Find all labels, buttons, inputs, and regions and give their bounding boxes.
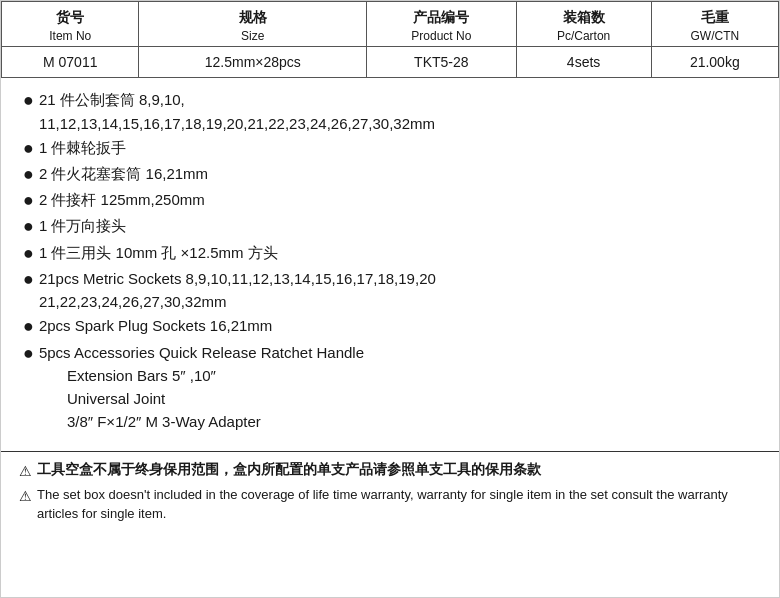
item-text: 21 件公制套筒 8,9,10,11,12,13,14,15,16,17,18,… (39, 88, 761, 135)
data-cell: TKT5-28 (367, 47, 516, 78)
bullet-icon: ● (23, 314, 34, 339)
bullet-icon: ● (23, 267, 34, 292)
warning-section: ⚠工具空盒不属于终身保用范围，盒内所配置的单支产品请参照单支工具的保用条款⚠Th… (1, 451, 779, 535)
list-item: ●2 件接杆 125mm,250mm (23, 188, 761, 213)
item-continuation: Extension Bars 5″ ,10″ (67, 364, 761, 387)
bullet-icon: ● (23, 136, 34, 161)
list-item: ●1 件棘轮扳手 (23, 136, 761, 161)
item-continuation: 3/8″ F×1/2″ M 3-Way Adapter (67, 410, 761, 433)
product-card: 货号Item No规格Size产品编号Product No装箱数Pc/Carto… (0, 0, 780, 598)
list-item: ●2 件火花塞套筒 16,21mm (23, 162, 761, 187)
item-text: 1 件棘轮扳手 (39, 136, 761, 159)
list-item: ●21 件公制套筒 8,9,10,11,12,13,14,15,16,17,18… (23, 88, 761, 135)
item-text: 5pcs Accessories Quick Release Ratchet H… (39, 341, 761, 434)
item-text: 21pcs Metric Sockets 8,9,10,11,12,13,14,… (39, 267, 761, 314)
list-item: ●5pcs Accessories Quick Release Ratchet … (23, 341, 761, 434)
warning-text-en: The set box doesn't included in the cove… (37, 485, 761, 524)
warning-row-zh: ⚠工具空盒不属于终身保用范围，盒内所配置的单支产品请参照单支工具的保用条款 (19, 460, 761, 482)
product-header-table: 货号Item No规格Size产品编号Product No装箱数Pc/Carto… (1, 1, 779, 78)
list-item: ●1 件万向接头 (23, 214, 761, 239)
product-content: ●21 件公制套筒 8,9,10,11,12,13,14,15,16,17,18… (1, 78, 779, 444)
warning-icon: ⚠ (19, 461, 32, 482)
list-item: ●1 件三用头 10mm 孔 ×12.5mm 方头 (23, 241, 761, 266)
item-text: 1 件三用头 10mm 孔 ×12.5mm 方头 (39, 241, 761, 264)
item-list: ●21 件公制套筒 8,9,10,11,12,13,14,15,16,17,18… (23, 88, 761, 433)
item-text: 1 件万向接头 (39, 214, 761, 237)
warning-icon-en: ⚠ (19, 486, 32, 507)
header-cell: 毛重GW/CTN (651, 2, 778, 47)
bullet-icon: ● (23, 214, 34, 239)
data-cell: 21.00kg (651, 47, 778, 78)
header-cell: 装箱数Pc/Carton (516, 2, 651, 47)
bullet-icon: ● (23, 188, 34, 213)
item-text: 2 件火花塞套筒 16,21mm (39, 162, 761, 185)
bullet-icon: ● (23, 162, 34, 187)
item-text: 2 件接杆 125mm,250mm (39, 188, 761, 211)
list-item: ●21pcs Metric Sockets 8,9,10,11,12,13,14… (23, 267, 761, 314)
data-cell: 4sets (516, 47, 651, 78)
header-cell: 规格Size (139, 2, 367, 47)
list-item: ●2pcs Spark Plug Sockets 16,21mm (23, 314, 761, 339)
bullet-icon: ● (23, 88, 34, 113)
bullet-icon: ● (23, 241, 34, 266)
header-cell: 产品编号Product No (367, 2, 516, 47)
item-continuation: Universal Joint (67, 387, 761, 410)
data-cell: M 07011 (2, 47, 139, 78)
header-cell: 货号Item No (2, 2, 139, 47)
item-text: 2pcs Spark Plug Sockets 16,21mm (39, 314, 761, 337)
warning-text-zh: 工具空盒不属于终身保用范围，盒内所配置的单支产品请参照单支工具的保用条款 (37, 460, 761, 480)
warning-row-en: ⚠The set box doesn't included in the cov… (19, 485, 761, 524)
data-cell: 12.5mm×28pcs (139, 47, 367, 78)
bullet-icon: ● (23, 341, 34, 366)
